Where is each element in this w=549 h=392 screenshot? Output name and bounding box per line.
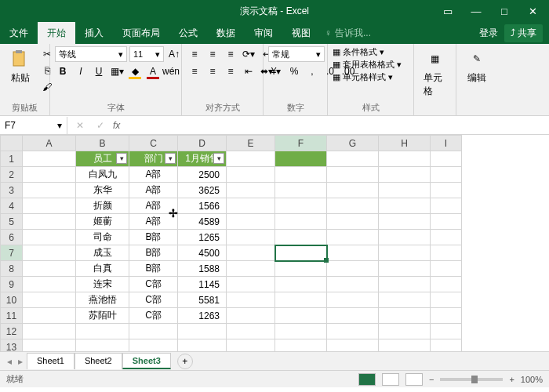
row-header-1[interactable]: 1 bbox=[1, 151, 23, 167]
cell-E10[interactable] bbox=[227, 292, 275, 308]
row-header-6[interactable]: 6 bbox=[1, 230, 23, 245]
col-header-I[interactable]: I bbox=[431, 136, 462, 151]
row-header-11[interactable]: 11 bbox=[1, 308, 23, 324]
tab-layout[interactable]: 页面布局 bbox=[113, 22, 169, 44]
col-header-D[interactable]: D bbox=[178, 136, 227, 151]
cell-F5[interactable] bbox=[275, 214, 327, 230]
cell-style-button[interactable]: ▦单元格样式▾ bbox=[333, 71, 393, 83]
row-header-12[interactable]: 12 bbox=[1, 324, 23, 339]
underline-button[interactable]: U bbox=[91, 64, 107, 79]
row-header-2[interactable]: 2 bbox=[1, 167, 23, 183]
cell-E7[interactable] bbox=[227, 245, 275, 261]
col-header-B[interactable]: B bbox=[76, 136, 129, 151]
cell-C10[interactable]: C部 bbox=[129, 292, 178, 308]
formula-bar[interactable] bbox=[125, 120, 544, 131]
cell-H6[interactable] bbox=[379, 230, 431, 245]
name-box[interactable]: F7▾ bbox=[0, 117, 67, 134]
cell-H8[interactable] bbox=[379, 261, 431, 277]
cell-G1[interactable] bbox=[327, 151, 379, 167]
add-sheet-button[interactable]: + bbox=[177, 354, 193, 369]
orientation-icon[interactable]: ⟳▾ bbox=[241, 46, 256, 62]
increase-font-icon[interactable]: A↑ bbox=[166, 46, 182, 62]
percent-icon[interactable]: % bbox=[286, 64, 302, 79]
tab-file[interactable]: 文件 bbox=[0, 22, 38, 44]
cell-I1[interactable] bbox=[431, 151, 462, 167]
indent-dec-icon[interactable]: ⇤ bbox=[241, 64, 256, 79]
zoom-level[interactable]: 100% bbox=[521, 375, 543, 384]
cell-H3[interactable] bbox=[379, 183, 431, 198]
col-header-A[interactable]: A bbox=[23, 136, 76, 151]
align-top-icon[interactable]: ≡ bbox=[187, 46, 202, 62]
cell-F1[interactable] bbox=[275, 151, 327, 167]
cell-B2[interactable]: 白凤九 bbox=[76, 167, 129, 183]
view-layout-icon[interactable] bbox=[382, 373, 399, 386]
cell-E4[interactable] bbox=[227, 198, 275, 214]
sheet-nav-last-icon[interactable]: ▸ bbox=[16, 356, 25, 367]
col-header-E[interactable]: E bbox=[227, 136, 275, 151]
italic-button[interactable]: I bbox=[73, 64, 89, 79]
cell-H4[interactable] bbox=[379, 198, 431, 214]
cell-D10[interactable]: 5581 bbox=[178, 292, 227, 308]
cell-C8[interactable]: B部 bbox=[129, 261, 178, 277]
cell-E11[interactable] bbox=[227, 308, 275, 324]
cell-C12[interactable] bbox=[129, 324, 178, 339]
cell-B8[interactable]: 白真 bbox=[76, 261, 129, 277]
cell-I2[interactable] bbox=[431, 167, 462, 183]
cell-D4[interactable]: 1566 bbox=[178, 198, 227, 214]
cell-C2[interactable]: A部 bbox=[129, 167, 178, 183]
cells-button[interactable]: ▦单元格 bbox=[419, 46, 451, 100]
font-size-select[interactable]: 11▾ bbox=[129, 46, 164, 62]
maximize-icon[interactable]: □ bbox=[491, 2, 518, 20]
cell-D9[interactable]: 1145 bbox=[178, 277, 227, 292]
cell-E9[interactable] bbox=[227, 277, 275, 292]
cell-I13[interactable] bbox=[431, 339, 462, 352]
cell-G7[interactable] bbox=[327, 245, 379, 261]
cell-C6[interactable]: B部 bbox=[129, 230, 178, 245]
filter-button[interactable]: ▾ bbox=[165, 153, 176, 164]
cell-B11[interactable]: 苏陌叶 bbox=[76, 308, 129, 324]
cell-F4[interactable] bbox=[275, 198, 327, 214]
row-header-3[interactable]: 3 bbox=[1, 183, 23, 198]
font-name-select[interactable]: 等线▾ bbox=[55, 46, 127, 62]
cell-D8[interactable]: 1588 bbox=[178, 261, 227, 277]
cell-I12[interactable] bbox=[431, 324, 462, 339]
tab-review[interactable]: 审阅 bbox=[245, 22, 282, 44]
cell-C11[interactable]: C部 bbox=[129, 308, 178, 324]
tab-view[interactable]: 视图 bbox=[282, 22, 320, 44]
filter-button[interactable]: ▾ bbox=[213, 153, 224, 164]
cell-I11[interactable] bbox=[431, 308, 462, 324]
cell-E1[interactable] bbox=[227, 151, 275, 167]
fill-color-button[interactable]: ◆ bbox=[127, 64, 143, 79]
enter-formula-icon[interactable]: ✓ bbox=[93, 118, 108, 133]
align-left-icon[interactable]: ≡ bbox=[187, 64, 202, 79]
editing-button[interactable]: ✎编辑 bbox=[461, 46, 493, 86]
align-right-icon[interactable]: ≡ bbox=[223, 64, 238, 79]
cell-D3[interactable]: 3625 bbox=[178, 183, 227, 198]
cell-B6[interactable]: 司命 bbox=[76, 230, 129, 245]
cell-H12[interactable] bbox=[379, 324, 431, 339]
cell-A11[interactable] bbox=[23, 308, 76, 324]
cell-F12[interactable] bbox=[275, 324, 327, 339]
sheet-tab-sheet3[interactable]: Sheet3 bbox=[122, 353, 171, 369]
col-header-F[interactable]: F bbox=[275, 136, 327, 151]
cell-B1[interactable]: 员工▾ bbox=[76, 151, 129, 167]
share-button[interactable]: ⤴共享 bbox=[504, 24, 543, 42]
row-header-8[interactable]: 8 bbox=[1, 261, 23, 277]
row-header-9[interactable]: 9 bbox=[1, 277, 23, 292]
cell-I5[interactable] bbox=[431, 214, 462, 230]
cell-I8[interactable] bbox=[431, 261, 462, 277]
cell-G9[interactable] bbox=[327, 277, 379, 292]
row-header-7[interactable]: 7 bbox=[1, 245, 23, 261]
cell-F7[interactable] bbox=[275, 245, 327, 261]
cell-E2[interactable] bbox=[227, 167, 275, 183]
cell-A4[interactable] bbox=[23, 198, 76, 214]
view-normal-icon[interactable] bbox=[358, 373, 376, 386]
cell-A9[interactable] bbox=[23, 277, 76, 292]
phonetic-button[interactable]: wén bbox=[163, 64, 179, 79]
zoom-in-icon[interactable]: + bbox=[509, 375, 514, 384]
align-center-icon[interactable]: ≡ bbox=[205, 64, 220, 79]
ribbon-options-icon[interactable]: ▭ bbox=[434, 2, 461, 20]
cell-H2[interactable] bbox=[379, 167, 431, 183]
cell-A10[interactable] bbox=[23, 292, 76, 308]
cell-G4[interactable] bbox=[327, 198, 379, 214]
